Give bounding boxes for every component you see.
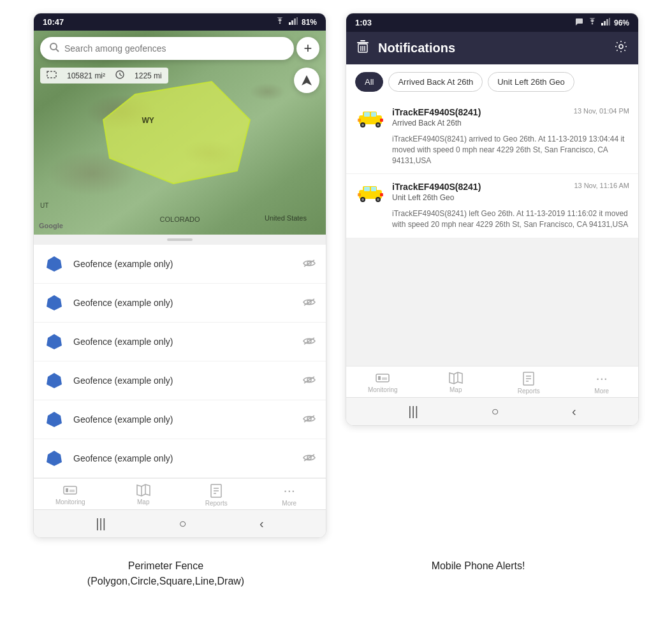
svg-rect-32 [69, 490, 75, 492]
visibility-icon[interactable] [303, 374, 316, 388]
nav-more-left[interactable]: ··· More [253, 484, 326, 507]
nav-more-label-right: More [594, 388, 609, 395]
svg-point-5 [50, 43, 57, 50]
list-item[interactable]: Geofence (example only) [34, 361, 326, 400]
map-area[interactable]: WY United States COLORADO UT Google + [34, 31, 326, 235]
nav-reports-left[interactable]: Reports [180, 484, 253, 507]
svg-rect-41 [604, 21, 606, 25]
area-stat: 105821 mi² [67, 71, 105, 80]
svg-rect-2 [294, 18, 296, 25]
notif-detail-1: iTrackEF4940S(8241) arrived to Geo 26th.… [392, 134, 629, 166]
list-item[interactable]: Geofence (example only) [34, 439, 326, 478]
geofence-icon [44, 370, 64, 391]
nav-reports-label-right: Reports [518, 388, 540, 395]
svg-point-68 [377, 198, 379, 201]
svg-rect-73 [382, 377, 387, 380]
nav-more-right[interactable]: ··· More [566, 372, 639, 395]
svg-point-58 [377, 124, 379, 126]
svg-marker-11 [302, 75, 312, 85]
recent-apps-button-left[interactable]: ||| [96, 516, 106, 531]
visibility-icon[interactable] [303, 413, 316, 426]
geofence-icon [44, 448, 64, 469]
svg-marker-33 [137, 484, 150, 496]
geofence-icon [44, 331, 64, 352]
list-item[interactable]: Geofence (example only) [34, 323, 326, 361]
map-label-us: United States [265, 214, 307, 222]
geofence-name: Geofence (example only) [73, 259, 294, 269]
nav-more-label-left: More [282, 500, 296, 507]
list-item[interactable]: Geofence (example only) [34, 245, 326, 284]
distance-stat: 1225 mi [135, 71, 162, 80]
svg-rect-0 [289, 22, 291, 25]
nav-map-left[interactable]: Map [107, 484, 180, 507]
svg-marker-74 [449, 372, 462, 384]
notification-item-2[interactable]: iTrackEF4940S(8241) 13 Nov, 11:16 AM Uni… [346, 174, 638, 238]
list-item[interactable]: Geofence (example only) [34, 400, 326, 439]
notification-item-1[interactable]: iTrackEF4940S(8241) 13 Nov, 01:04 PM Arr… [346, 99, 638, 174]
add-geofence-button[interactable]: + [296, 37, 319, 60]
battery-left: 81% [302, 18, 317, 27]
timestamp-1: 13 Nov, 01:04 PM [574, 107, 629, 115]
right-caption: Mobile Phone Alerts! [332, 558, 625, 589]
status-bar-left: 10:47 81% [34, 13, 326, 31]
svg-rect-53 [364, 112, 370, 117]
navigation-button[interactable] [294, 68, 319, 93]
notif-info-1: iTrackEF4940S(8241) 13 Nov, 01:04 PM Arr… [392, 107, 629, 127]
nav-reports-label-left: Reports [205, 500, 228, 507]
visibility-icon[interactable] [303, 452, 316, 465]
visibility-icon[interactable] [303, 296, 316, 310]
geofence-icon [44, 293, 64, 313]
svg-marker-21 [47, 373, 62, 388]
bottom-navigation-right: Monitoring Map Reports [346, 366, 638, 397]
filter-tab-arrived[interactable]: Arrived Back At 26th [388, 72, 483, 92]
event-type-1: Arrived Back At 26th [392, 119, 629, 127]
map-label-ut: UT [40, 202, 48, 209]
search-icon [49, 42, 59, 55]
map-label-co: COLORADO [160, 215, 200, 223]
map-background: WY United States COLORADO UT Google [34, 31, 326, 235]
nav-map-right[interactable]: Map [420, 372, 493, 395]
back-button-left[interactable]: ‹ [259, 516, 264, 531]
visibility-icon[interactable] [303, 335, 316, 349]
status-time-right: 1:03 [355, 18, 372, 27]
visibility-icon[interactable] [303, 258, 316, 271]
clock-icon [115, 70, 124, 81]
recent-apps-button-right[interactable]: ||| [408, 404, 418, 419]
chat-icon [574, 17, 583, 28]
home-button-right[interactable]: ○ [491, 404, 499, 419]
geofence-name: Geofence (example only) [73, 453, 294, 463]
notification-header: Notifications [346, 32, 638, 64]
svg-rect-44 [360, 40, 365, 41]
battery-right: 96% [614, 18, 629, 27]
nav-monitoring-right[interactable]: Monitoring [346, 372, 420, 395]
list-item[interactable]: Geofence (example only) [34, 284, 326, 323]
svg-point-50 [619, 45, 623, 48]
notification-title: Notifications [378, 41, 605, 55]
svg-point-57 [362, 124, 364, 126]
filter-tab-all[interactable]: All [355, 72, 383, 92]
notif-detail-2: iTrackEF4940S(8241) left Geo 26th. At 11… [392, 208, 629, 230]
google-logo: Google [39, 222, 63, 229]
nav-map-label-left: Map [137, 498, 149, 506]
timestamp-2: 13 Nov, 11:16 AM [574, 182, 629, 189]
captions-area: Perimeter Fence(Polygon,Circle,Square,Li… [0, 551, 672, 602]
trash-icon[interactable] [356, 40, 369, 57]
svg-rect-63 [364, 187, 370, 191]
settings-icon[interactable] [614, 40, 628, 57]
filter-tab-unit-left[interactable]: Unit Left 26th Geo [488, 72, 574, 92]
search-input[interactable] [64, 43, 285, 54]
geofence-name: Geofence (example only) [73, 375, 294, 386]
home-button-left[interactable]: ○ [179, 516, 186, 531]
event-type-2: Unit Left 26th Geo [392, 193, 629, 202]
svg-rect-70 [380, 193, 383, 196]
back-button-right[interactable]: ‹ [572, 404, 576, 419]
search-bar[interactable] [40, 37, 294, 60]
vehicle-icon-1 [355, 107, 386, 130]
geofence-icon [44, 254, 64, 274]
nav-reports-right[interactable]: Reports [492, 372, 566, 395]
status-bar-right: 1:03 [346, 13, 638, 32]
nav-monitoring-left[interactable]: Monitoring [34, 484, 107, 507]
device-name-1: iTrackEF4940S(8241) [392, 107, 481, 117]
wifi-icon-left [275, 17, 285, 27]
svg-marker-24 [47, 412, 62, 427]
